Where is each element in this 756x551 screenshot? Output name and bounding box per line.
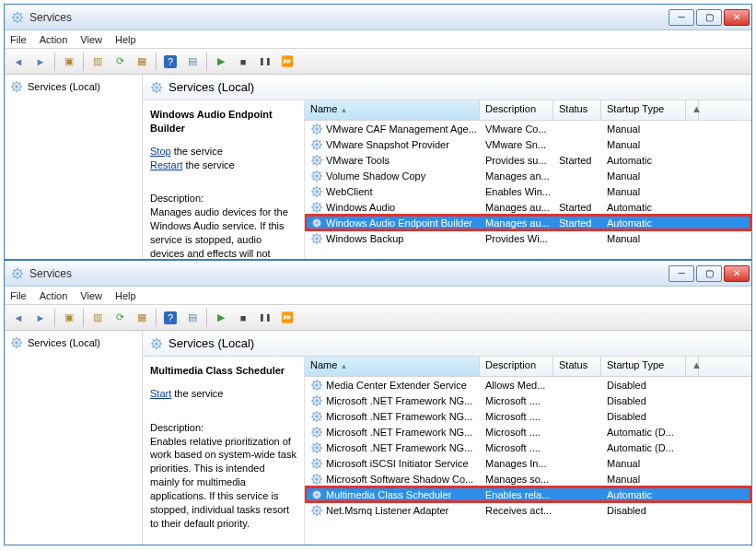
gear-icon (310, 138, 323, 151)
svg-line-48 (313, 147, 314, 148)
svg-line-18 (13, 89, 14, 90)
menu-view[interactable]: View (80, 290, 102, 301)
service-row[interactable]: Multimedia Class SchedulerEnables rela..… (305, 487, 751, 502)
service-row[interactable]: Windows BackupProvides Wi...Manual (305, 230, 751, 246)
service-row[interactable]: Microsoft .NET Framework NG...Microsoft … (305, 393, 751, 408)
service-row[interactable]: WebClientEnables Win...Manual (305, 183, 751, 199)
close-button[interactable]: ✕ (724, 9, 750, 26)
svg-line-6 (14, 13, 15, 14)
column-header-status[interactable]: Status (553, 100, 601, 120)
panel-button[interactable]: ▤ (182, 52, 203, 72)
service-row[interactable]: Microsoft .NET Framework NG...Microsoft … (305, 424, 751, 440)
service-action-link[interactable]: Stop (150, 146, 171, 157)
column-headers: Name ▲DescriptionStatusStartup Type▲ (305, 100, 751, 121)
menu-action[interactable]: Action (40, 290, 68, 301)
minimize-button[interactable]: ─ (669, 265, 694, 282)
pause-service[interactable]: ❚❚ (255, 308, 275, 328)
svg-line-89 (320, 203, 320, 204)
right-pane: Services (Local)Multimedia Class Schedul… (143, 331, 751, 545)
svg-line-176 (313, 428, 314, 428)
scroll-up-button[interactable]: ▲ (686, 357, 699, 376)
description-label: Description: (150, 421, 297, 435)
tree-item-services-local[interactable]: Services (Local) (10, 336, 136, 349)
service-row[interactable]: Net.Msmq Listener AdapterReceives act...… (305, 502, 751, 518)
svg-line-108 (313, 241, 314, 242)
service-action-suffix: the service (171, 388, 223, 399)
column-header-startup-type[interactable]: Startup Type (601, 357, 686, 376)
stop-service[interactable]: ■ (233, 52, 253, 72)
show-hide-tree[interactable]: ▣ (59, 52, 79, 72)
service-startup-type: Manual (601, 170, 686, 182)
service-action-link[interactable]: Restart (150, 159, 182, 170)
service-row[interactable]: Microsoft .NET Framework NG...Microsoft … (305, 440, 751, 455)
service-row[interactable]: Microsoft iSCSI Initiator ServiceManages… (305, 455, 751, 471)
tree-item-services-local[interactable]: Services (Local) (10, 80, 136, 93)
maximize-button[interactable]: ▢ (696, 265, 722, 282)
menu-help[interactable]: Help (115, 290, 136, 301)
scroll-up-button[interactable]: ▲ (686, 100, 699, 120)
export-button[interactable]: ▦ (132, 52, 152, 72)
pause-service[interactable]: ❚❚ (255, 52, 275, 72)
show-hide-tree[interactable]: ▣ (59, 308, 79, 328)
svg-line-146 (313, 381, 314, 381)
service-row[interactable]: Microsoft Software Shadow Co...Manages s… (305, 471, 751, 487)
menu-help[interactable]: Help (115, 34, 136, 45)
menu-view[interactable]: View (80, 34, 102, 45)
service-row[interactable]: Windows Audio Endpoint BuilderManages au… (305, 215, 751, 230)
restart-service[interactable]: ⏩ (277, 308, 297, 328)
service-name: Windows Audio (326, 202, 395, 213)
restart-service[interactable]: ⏩ (277, 52, 297, 72)
back-button[interactable]: ◄ (8, 52, 29, 72)
service-startup-type: Disabled (601, 395, 686, 406)
description-label: Description: (150, 192, 297, 205)
refresh-button[interactable]: ⟳ (110, 308, 130, 328)
column-header-description[interactable]: Description (480, 357, 553, 376)
refresh-button[interactable]: ⟳ (110, 52, 130, 72)
service-description: Receives act... (480, 505, 553, 516)
panel-button[interactable]: ▤ (182, 308, 203, 328)
start-service[interactable]: ▶ (211, 52, 231, 72)
menu-bar: FileActionViewHelp (5, 287, 751, 305)
service-row[interactable]: Windows AudioManages au...StartedAutomat… (305, 199, 751, 215)
gear-icon (310, 410, 323, 423)
service-action-link[interactable]: Start (150, 388, 171, 399)
svg-line-226 (313, 506, 314, 507)
gear-icon (310, 232, 323, 245)
service-row[interactable]: VMware CAF Management Age...VMware Co...… (305, 121, 751, 136)
service-row[interactable]: Volume Shadow CopyManages an...Manual (305, 168, 751, 183)
forward-button[interactable]: ► (30, 52, 51, 72)
menu-action[interactable]: Action (40, 34, 68, 45)
svg-line-169 (320, 412, 320, 413)
pause-service-icon: ❚❚ (259, 313, 272, 322)
column-header-name[interactable]: Name ▲ (305, 100, 480, 120)
export-button[interactable]: ▦ (132, 308, 152, 328)
properties-button[interactable]: ▥ (87, 308, 108, 328)
gear-icon (310, 154, 323, 167)
close-button[interactable]: ✕ (724, 265, 750, 282)
service-row[interactable]: VMware ToolsProvides su...StartedAutomat… (305, 152, 751, 168)
maximize-icon: ▢ (705, 12, 714, 22)
service-row[interactable]: VMware Snapshot ProviderVMware Sn...Manu… (305, 136, 751, 152)
svg-line-197 (320, 466, 320, 467)
start-service[interactable]: ▶ (211, 308, 231, 328)
stop-service[interactable]: ■ (233, 308, 253, 328)
column-header-status[interactable]: Status (553, 357, 601, 376)
column-header-description[interactable]: Description (480, 100, 553, 120)
column-header-name[interactable]: Name ▲ (305, 357, 480, 376)
minimize-button[interactable]: ─ (669, 9, 694, 26)
service-name: Media Center Extender Service (326, 380, 467, 391)
forward-button[interactable]: ► (30, 308, 51, 328)
help-button[interactable]: ? (160, 308, 180, 328)
help-button[interactable]: ? (160, 52, 180, 72)
back-button[interactable]: ◄ (8, 308, 29, 328)
service-description: Provides Wi... (480, 233, 553, 244)
menu-bar: FileActionViewHelp (5, 30, 751, 49)
column-header-startup-type[interactable]: Startup Type (601, 100, 686, 120)
menu-file[interactable]: File (10, 290, 27, 301)
menu-file[interactable]: File (10, 34, 27, 45)
properties-button[interactable]: ▥ (87, 52, 108, 72)
service-row[interactable]: Microsoft .NET Framework NG...Microsoft … (305, 408, 751, 424)
maximize-button[interactable]: ▢ (696, 9, 722, 26)
export-button-icon: ▦ (137, 55, 146, 67)
service-row[interactable]: Media Center Extender ServiceAllows Med.… (305, 377, 751, 393)
